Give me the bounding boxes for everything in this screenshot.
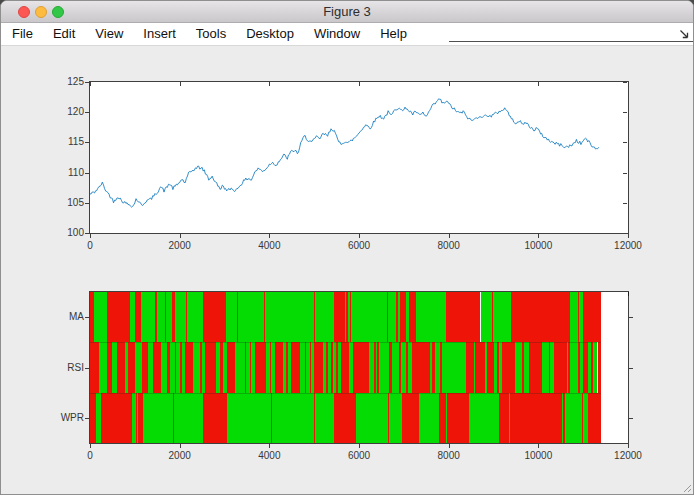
menu-item-desktop[interactable]: Desktop (236, 23, 304, 45)
signal-segment (128, 342, 136, 392)
menu-item-tools[interactable]: Tools (186, 23, 236, 45)
signal-segment (442, 342, 466, 392)
menu-item-window[interactable]: Window (304, 23, 370, 45)
signal-segment (388, 292, 395, 342)
signal-segment (238, 292, 264, 342)
x-tick-mark (538, 234, 539, 238)
signal-segment (389, 393, 403, 443)
x-tick-mark (359, 444, 360, 448)
price-chart-axes: 0200040006000800010000120001001051101151… (89, 81, 629, 234)
signal-segment (153, 342, 160, 392)
signal-segment (574, 393, 581, 443)
signal-segment (205, 342, 216, 392)
x-tick-label: 12000 (614, 450, 642, 461)
row-tick-mark-right (629, 418, 633, 419)
signal-segment (511, 292, 569, 342)
menu-item-insert[interactable]: Insert (133, 23, 186, 45)
x-tick-label: 12000 (614, 240, 642, 251)
y-tick-mark (85, 173, 89, 174)
signal-segment (143, 393, 172, 443)
signal-segment (554, 342, 567, 392)
menu-item-help[interactable]: Help (370, 23, 417, 45)
row-tick-mark-right (629, 368, 633, 369)
signal-segment (446, 292, 481, 342)
signal-segment (227, 342, 235, 392)
signal-segment (402, 393, 419, 443)
close-button[interactable] (18, 6, 30, 18)
x-tick-label: 10000 (524, 240, 552, 251)
signal-segment (502, 342, 515, 392)
row-tick-mark-right (629, 317, 633, 318)
x-tick-label: 6000 (348, 240, 370, 251)
signal-segment (439, 393, 446, 443)
signal-segment (353, 342, 370, 392)
title-bar[interactable]: Figure 3 (1, 1, 693, 23)
menu-item-edit[interactable]: Edit (43, 23, 85, 45)
x-tick-mark (269, 444, 270, 448)
signal-segment (334, 292, 344, 342)
signal-segment (185, 342, 193, 392)
x-tick-label: 2000 (169, 240, 191, 251)
signal-segment (117, 342, 126, 392)
menu-overflow-arrow-icon[interactable] (678, 28, 690, 40)
signal-segment (356, 393, 388, 443)
y-tick-label: 115 (48, 136, 84, 148)
resize-grip-icon[interactable] (681, 482, 692, 493)
y-tick-label: 100 (48, 227, 84, 239)
signal-segment (175, 292, 187, 342)
x-tick-label: 2000 (169, 450, 191, 461)
zoom-button[interactable] (52, 6, 64, 18)
signal-segment (409, 292, 416, 342)
row-label-rsi: RSI (50, 362, 84, 373)
signal-segment (493, 292, 511, 342)
signal-segment (275, 342, 283, 392)
signal-segment (570, 292, 578, 342)
x-tick-label: 4000 (258, 450, 280, 461)
row-tick-mark (85, 368, 89, 369)
y-tick-label: 120 (48, 106, 84, 118)
signal-segment (583, 292, 601, 342)
x-tick-mark (180, 444, 181, 448)
y-tick-mark-right (623, 233, 627, 234)
row-label-wpr: WPR (50, 412, 84, 423)
x-tick-label: 6000 (348, 450, 370, 461)
y-tick-mark (85, 233, 89, 234)
price-line (90, 99, 599, 207)
signal-segment (565, 393, 574, 443)
signal-segment (469, 393, 499, 443)
x-tick-mark-top (628, 292, 629, 296)
signals-heatmap-axes: 020004000600080001000012000MARSIWPR (89, 291, 629, 444)
row-divider (90, 393, 601, 394)
y-tick-mark (85, 142, 89, 143)
signal-segment (499, 393, 510, 443)
signal-segment (291, 342, 299, 392)
x-tick-label: 0 (87, 450, 93, 461)
y-tick-mark (85, 112, 89, 113)
signal-segment (447, 393, 469, 443)
signal-segment (174, 393, 203, 443)
signal-segment (315, 393, 334, 443)
signal-segment (379, 342, 389, 392)
signal-segment (99, 342, 108, 392)
signal-segment (203, 292, 226, 342)
signal-segment (334, 393, 356, 443)
y-tick-mark (85, 203, 89, 204)
signal-segment (412, 342, 430, 392)
y-tick-label: 125 (48, 76, 84, 88)
signal-segment (529, 342, 542, 392)
x-tick-mark (449, 234, 450, 238)
signal-segment (515, 342, 522, 392)
signal-segment (227, 393, 271, 443)
x-tick-mark (90, 444, 91, 448)
menu-item-view[interactable]: View (85, 23, 133, 45)
x-tick-label: 8000 (438, 240, 460, 251)
minimize-button[interactable] (35, 6, 47, 18)
signal-segment (542, 342, 549, 392)
signal-segment (265, 292, 314, 342)
menubar-divider (449, 41, 693, 42)
figure-window: Figure 3 File Edit View Insert Tools Des… (0, 0, 694, 495)
signal-segment (315, 292, 335, 342)
signal-segment (481, 292, 493, 342)
menu-item-file[interactable]: File (2, 23, 43, 45)
y-tick-label: 105 (48, 197, 84, 209)
